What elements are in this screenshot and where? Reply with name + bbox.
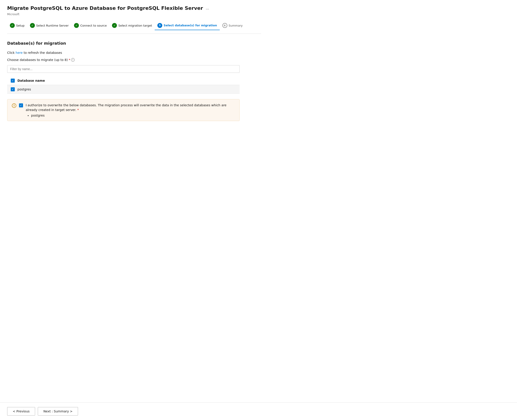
step-select-runtime[interactable]: ✓ Select Runtime Server <box>27 21 71 30</box>
required-indicator: * <box>69 58 70 62</box>
step-summary-label: Summary <box>229 24 243 27</box>
auth-database-list: postgres <box>26 114 235 117</box>
step-connect-label: Connect to source <box>80 24 107 27</box>
app-title: Migrate PostgreSQL to Azure Database for… <box>7 5 203 11</box>
auth-content: I authorize to overwrite the below datab… <box>26 103 235 117</box>
auth-info-icon: i <box>12 103 16 108</box>
step-setup-label: Setup <box>16 24 25 27</box>
section-title: Database(s) for migration <box>7 41 261 45</box>
step-databases-label: Select database(s) for migration <box>164 24 217 27</box>
more-options-button[interactable]: ··· <box>204 6 211 12</box>
step-summary-icon: 6 <box>222 23 227 28</box>
step-target-label: Select migration target <box>118 24 152 27</box>
step-setup[interactable]: ✓ Setup <box>7 21 27 30</box>
database-table: ✓ Database name ✓ postgres <box>7 76 240 94</box>
step-summary[interactable]: 6 Summary <box>220 21 246 30</box>
step-runtime-icon: ✓ <box>30 23 35 28</box>
step-target-icon: ✓ <box>112 23 117 28</box>
step-select-databases[interactable]: 5 Select database(s) for migration <box>155 21 220 30</box>
row-name-postgres: postgres <box>17 88 31 91</box>
column-header-name: Database name <box>17 79 45 82</box>
refresh-link[interactable]: here <box>16 51 23 54</box>
wizard-steps: ✓ Setup ✓ Select Runtime Server ✓ Connec… <box>7 18 261 34</box>
row-checkbox-postgres[interactable]: ✓ <box>11 87 15 91</box>
auth-text: I authorize to overwrite the below datab… <box>26 103 235 112</box>
previous-button[interactable]: < Previous <box>7 407 35 416</box>
authorization-box: i ✓ I authorize to overwrite the below d… <box>7 99 240 121</box>
refresh-text: Click here to refresh the databases <box>7 51 261 54</box>
next-button[interactable]: Next : Summary > <box>38 407 78 416</box>
app-subtitle: Microsoft <box>7 13 211 16</box>
auth-required-star: * <box>77 108 79 112</box>
select-all-checkbox[interactable]: ✓ <box>11 79 15 82</box>
filter-input[interactable] <box>7 65 240 73</box>
info-icon[interactable]: i <box>71 58 75 62</box>
step-connect-icon: ✓ <box>74 23 79 28</box>
footer: < Previous Next : Summary > <box>0 402 517 420</box>
step-connect-source[interactable]: ✓ Connect to source <box>71 21 109 30</box>
choose-label: Choose databases to migrate (up to 8) * … <box>7 58 261 62</box>
step-databases-icon: 5 <box>157 23 162 28</box>
auth-checkbox[interactable]: ✓ <box>19 103 23 107</box>
step-setup-icon: ✓ <box>10 23 15 28</box>
step-select-target[interactable]: ✓ Select migration target <box>109 21 155 30</box>
step-runtime-label: Select Runtime Server <box>36 24 69 27</box>
table-row: ✓ postgres <box>7 85 240 94</box>
auth-db-item: postgres <box>31 114 235 117</box>
table-header: ✓ Database name <box>7 76 240 85</box>
